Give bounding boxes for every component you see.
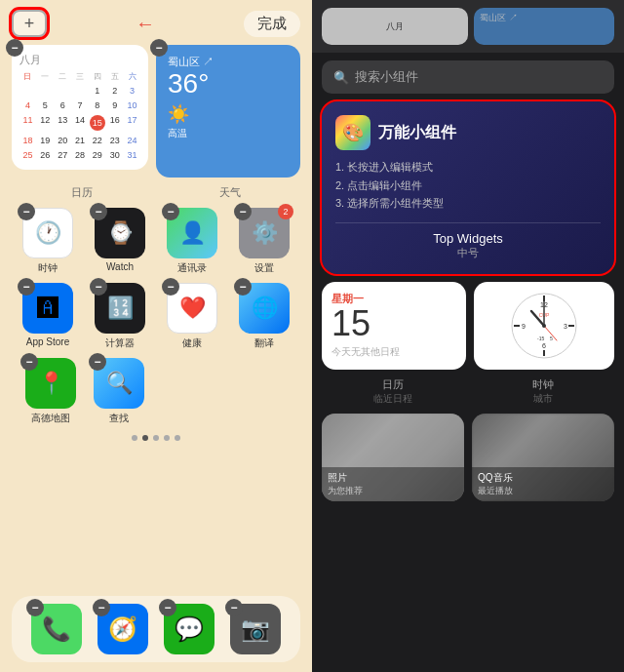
- day-tue: 二: [55, 70, 71, 83]
- app-clock[interactable]: − 🕐 时钟: [22, 208, 73, 275]
- app-calc[interactable]: − 🔢 计算器: [95, 283, 145, 350]
- svg-text:-15: -15: [537, 336, 544, 341]
- day-cell: 6: [55, 99, 71, 112]
- day-sun: 日: [20, 70, 36, 83]
- remove-settings-button[interactable]: −: [234, 203, 252, 220]
- calendar-label-sub: 临近日程: [322, 392, 464, 406]
- date-clock-labels: 日历 临近日程 时钟 城市: [322, 377, 614, 406]
- svg-text:3: 3: [564, 323, 567, 330]
- left-panel: + ← 完成 − 八月 日 一 二 三 四 五 六 1 2 3: [0, 0, 312, 672]
- page-dot-4: [175, 435, 180, 441]
- widget-size: 中号: [335, 246, 601, 260]
- weather-description: 高温: [168, 127, 289, 140]
- remove-weather-button[interactable]: −: [150, 39, 168, 57]
- weather-widget: − 蜀山区 ↗ 36° ☀️ 高温: [156, 45, 300, 178]
- dock-wechat[interactable]: − 💬: [164, 604, 214, 654]
- day-cell: 29: [89, 148, 105, 162]
- qq-label-sub: 最近播放: [478, 485, 608, 497]
- dock-safari[interactable]: − 🧭: [98, 604, 148, 654]
- remove-clock-button[interactable]: −: [18, 203, 35, 220]
- clock-label-sub: 城市: [472, 392, 614, 406]
- photo-label-sub: 为您推荐: [328, 485, 458, 497]
- day-cell: 1: [89, 84, 105, 98]
- page-dot-2: [153, 435, 159, 441]
- photo-label-main: 照片: [328, 471, 458, 485]
- remove-calendar-button[interactable]: −: [6, 39, 23, 57]
- day-fri: 五: [106, 70, 123, 83]
- day-cell: 23: [106, 134, 123, 147]
- page-dot-3: [164, 435, 170, 441]
- remove-calc-button[interactable]: −: [90, 278, 107, 296]
- day-cell: 9: [106, 99, 123, 112]
- calendar-grid: 日 一 二 三 四 五 六 1 2 3 4 5 6 7 8 9 10: [20, 70, 140, 162]
- top-preview: 八月 蜀山区 ↗: [312, 0, 624, 53]
- remove-safari-button[interactable]: −: [93, 599, 110, 616]
- calendar-month: 八月: [20, 53, 140, 67]
- date-clock-row: 星期一 15 今天无其他日程 12 6 9 3: [322, 282, 614, 370]
- remove-appstore-button[interactable]: −: [18, 278, 35, 296]
- app-settings[interactable]: − ⚙️ 2 设置: [239, 208, 290, 275]
- day-cell: 25: [20, 148, 36, 162]
- search-bar[interactable]: 🔍 搜索小组件: [322, 60, 614, 94]
- app-appstore[interactable]: − 🅰 App Store: [22, 283, 73, 350]
- remove-health-button[interactable]: −: [162, 278, 179, 296]
- day-thu: 四: [89, 70, 105, 83]
- arrow-icon: ←: [136, 13, 155, 35]
- remove-phone-button[interactable]: −: [26, 599, 44, 616]
- day-cell: 20: [55, 134, 71, 147]
- widget-name: 万能小组件: [378, 123, 456, 143]
- widget-divider: [335, 222, 601, 223]
- day-cell: 22: [89, 134, 105, 147]
- plus-icon: +: [24, 14, 35, 34]
- app-findmy[interactable]: − 🔍 查找: [94, 358, 144, 425]
- day-cell: 27: [55, 148, 71, 162]
- qq-label: QQ音乐 最近播放: [472, 467, 614, 501]
- remove-contacts-button[interactable]: −: [162, 203, 179, 220]
- preview-weather: 蜀山区 ↗: [474, 8, 614, 45]
- qq-label-main: QQ音乐: [478, 471, 608, 485]
- app-watch[interactable]: − ⌚ Watch: [95, 208, 145, 275]
- clock-label-name: 时钟: [472, 377, 614, 392]
- app-contacts[interactable]: − 👤 通讯录: [167, 208, 217, 275]
- remove-findmy-button[interactable]: −: [89, 353, 106, 371]
- right-panel: 八月 蜀山区 ↗ 🔍 搜索小组件 🎨 万能小组件 1. 长按进入编辑模式 2. …: [312, 0, 624, 672]
- remove-camera-button[interactable]: −: [225, 599, 243, 616]
- day-cell: 4: [20, 99, 36, 112]
- app-clock-label: 时钟: [38, 261, 58, 275]
- done-button[interactable]: 完成: [244, 11, 300, 37]
- app-gaode[interactable]: − 📍 高德地图: [25, 358, 76, 425]
- analog-clock-face: 12 6 9 3 CUP -15 5: [510, 292, 578, 360]
- weather-temperature: 36°: [168, 69, 289, 99]
- remove-translate-button[interactable]: −: [234, 278, 252, 296]
- remove-wechat-button[interactable]: −: [159, 599, 176, 616]
- remove-gaode-button[interactable]: −: [20, 353, 38, 371]
- weather-location: 蜀山区 ↗: [168, 55, 289, 69]
- app-findmy-label: 查找: [109, 412, 129, 425]
- photo-label: 照片 为您推荐: [322, 467, 464, 501]
- add-widget-button[interactable]: +: [12, 10, 47, 37]
- day-cell: 17: [124, 113, 140, 133]
- app-translate-label: 翻译: [254, 336, 274, 350]
- widget-product-name: Top Widgets: [335, 231, 601, 246]
- page-dots: [12, 435, 300, 441]
- day-cell: 28: [72, 148, 89, 162]
- bottom-widgets: 星期一 15 今天无其他日程 12 6 9 3: [312, 282, 624, 501]
- settings-badge: 2: [278, 204, 293, 219]
- dock-phone[interactable]: − 📞: [31, 604, 82, 654]
- app-health[interactable]: − ❤️ 健康: [167, 283, 217, 350]
- app-contacts-label: 通讯录: [177, 261, 207, 275]
- dock-camera[interactable]: − 📷: [230, 604, 281, 654]
- remove-watch-button[interactable]: −: [90, 203, 107, 220]
- calendar-section-label: 日历: [12, 185, 152, 200]
- calendar-widget: − 八月 日 一 二 三 四 五 六 1 2 3 4 5 6 7: [12, 45, 148, 170]
- app-translate[interactable]: − 🌐 翻译: [239, 283, 290, 350]
- day-cell: 11: [20, 113, 36, 133]
- clock-widget: 12 6 9 3 CUP -15 5: [474, 282, 614, 370]
- apps-row-3: − 📍 高德地图 − 🔍 查找: [12, 358, 300, 425]
- day-cell: 13: [55, 113, 71, 133]
- app-calc-label: 计算器: [105, 336, 135, 350]
- day-wed: 三: [72, 70, 89, 83]
- calendar-widget-label: 日历 临近日程: [322, 377, 464, 406]
- svg-point-13: [542, 324, 546, 328]
- featured-widget-card[interactable]: 🎨 万能小组件 1. 长按进入编辑模式 2. 点击编辑小组件 3. 选择所需小组…: [322, 101, 614, 274]
